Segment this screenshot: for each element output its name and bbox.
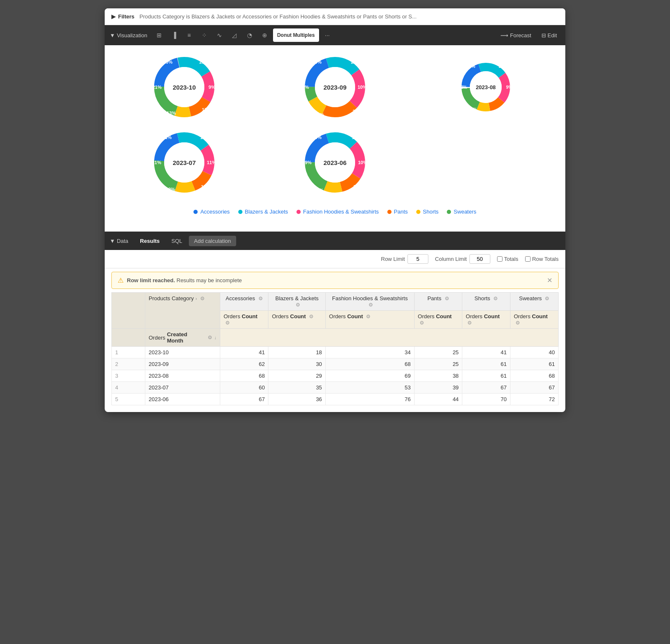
shorts-settings-icon[interactable]: ⚙ [493,296,498,301]
legend-dot-shorts [416,210,420,214]
row-totals-checkbox[interactable] [525,256,531,262]
pct-label: 22% [353,109,362,114]
donut-2023-10: 20% 21% 9% 17% 13% 21% 2023-10 [151,54,218,121]
row-num-5: 5 [112,394,145,405]
fh-settings-icon[interactable]: ⚙ [368,302,373,308]
pants-settings-icon[interactable]: ⚙ [445,296,449,301]
chevron-right-icon: ▶ [111,13,116,20]
forecast-button[interactable]: ⟿ Forecast [497,31,535,40]
blaz-settings-icon[interactable]: ⚙ [296,302,300,308]
legend-item-shorts[interactable]: Shorts [416,209,439,215]
legend-item-sweaters[interactable]: Sweaters [447,209,476,215]
sweat-settings-icon[interactable]: ⚙ [545,296,549,301]
scatter-icon[interactable]: ⁘ [198,28,211,42]
row-num-4: 4 [112,382,145,394]
totals-checkbox-label[interactable]: Totals [497,256,518,262]
map-icon[interactable]: ⊕ [258,28,271,42]
close-warning-button[interactable]: ✕ [547,276,552,284]
empty-cell [415,129,557,196]
table-icon[interactable]: ⊞ [152,28,166,42]
acc-settings-icon[interactable]: ⚙ [258,296,263,301]
add-calculation-button[interactable]: Add calculation [189,236,236,246]
donut-multiples-button[interactable]: Donut Multiples [273,28,319,42]
orders-month-header: Orders Created Month ⚙ ↓ [145,329,220,347]
pivot-settings-icon[interactable]: ⚙ [200,296,205,301]
blaz-header: Blazers & Jackets ⚙ [268,293,325,311]
clock-icon[interactable]: ◔ [243,28,256,42]
legend-item-pants[interactable]: Pants [387,209,408,215]
pct-label: 17% [202,107,211,112]
filters-toggle[interactable]: ▶ Filters [111,13,134,20]
col-limit-input[interactable] [469,254,490,264]
empty-header [112,329,145,347]
shorts-val-4: 67 [462,382,510,394]
fh-orders-header: Orders Count ⚙ [325,311,414,329]
acc-val-2: 62 [220,358,268,370]
row-totals-checkbox-label[interactable]: Row Totals [525,256,559,262]
month-sort-icon[interactable]: ↓ [214,335,216,340]
sweat-orders-settings-icon[interactable]: ⚙ [515,320,520,326]
pants-orders-settings-icon[interactable]: ⚙ [420,320,424,326]
legend-item-accessories[interactable]: Accessories [193,209,229,215]
totals-checkbox[interactable] [497,256,502,262]
pants-val-5: 44 [414,394,462,405]
table-body: 1 2023-10 41 18 34 25 41 40 2 2023-09 62… [112,347,559,405]
blaz-val-3: 29 [268,370,325,382]
area-icon[interactable]: ◿ [228,28,241,42]
pct-label: 10% [358,160,367,165]
donut-label-2023-10: 2023-10 [173,84,196,91]
tab-sql[interactable]: SQL [166,235,187,247]
row-num-header [112,293,145,329]
legend-item-blazers[interactable]: Blazers & Jackets [238,209,288,215]
legend-label-blazers[interactable]: Blazers & Jackets [245,209,288,215]
line-icon[interactable]: ∿ [213,28,226,42]
acc-orders-settings-icon[interactable]: ⚙ [225,320,230,326]
bar-chart-icon[interactable]: ▐ [168,28,181,42]
legend-dot-blazers [238,210,242,214]
shorts-val-2: 61 [462,358,510,370]
blaz-orders-settings-icon[interactable]: ⚙ [309,314,314,319]
donut-2023-06: 20% 18% 10% 21% 12% 19% 2023-06 [302,129,368,196]
sorted-bar-icon[interactable]: ≡ [183,28,196,42]
pivot-expand-icon[interactable]: › [196,296,197,301]
fh-val-1: 34 [325,347,414,358]
fh-orders-settings-icon[interactable]: ⚙ [366,314,371,319]
edit-button[interactable]: ⊟ Edit [538,31,560,40]
legend-label-pants[interactable]: Pants [394,209,408,215]
chevron-down-icon: ▼ [110,32,115,39]
fh-header: Fashion Hoodies & Sweatshirts ⚙ [325,293,414,311]
pct-label: 20% [351,59,360,64]
sliders-icon: ⊟ [541,32,546,39]
legend-label-fh[interactable]: Fashion Hoodies & Sweatshirts [303,209,379,215]
acc-val-1: 41 [220,347,268,358]
pct-label: 11% [207,160,216,165]
toolbar-left: ▼ Visualization ⊞ ▐ ≡ ⁘ ∿ ◿ ◔ ⊕ Donut Mu… [110,28,495,42]
shorts-val-1: 41 [462,347,510,358]
products-category-label: Products Category [149,295,194,301]
empty-colspan-header [220,329,558,347]
pct-label: 13% [167,111,176,116]
legend-label-accessories[interactable]: Accessories [200,209,229,215]
data-toolbar: ▼ Data Results SQL Add calculation [105,232,565,250]
tab-results[interactable]: Results [135,235,165,247]
results-table-container: Products Category › ⚙ Accessories ⚙ Blaz… [105,292,565,412]
row-limit-input[interactable] [407,254,428,264]
legend-label-sweaters[interactable]: Sweaters [454,209,476,215]
warning-triangle-icon: ⚠ [118,276,124,284]
sweat-val-1: 40 [510,347,558,358]
donut-label-2023-06: 2023-06 [323,159,346,166]
legend-dot-accessories [193,210,198,214]
legend-item-fh[interactable]: Fashion Hoodies & Sweatshirts [296,209,379,215]
warning-banner: ⚠ Row limit reached. Results may be inco… [111,272,559,289]
pct-label: 11% [469,107,477,112]
donut-cell-2023-09: 20% 20% 10% 22% 20% 8% 2023-09 [264,54,406,121]
more-options-button[interactable]: ··· [321,28,334,42]
pct-label: 20% [315,112,324,117]
donut-label-2023-08: 2023-08 [476,84,496,90]
shorts-orders-settings-icon[interactable]: ⚙ [467,320,472,326]
month-settings-icon[interactable]: ⚙ [208,335,212,340]
fh-val-3: 69 [325,370,414,382]
pct-label: 18% [459,85,467,90]
fh-val-2: 68 [325,358,414,370]
legend-label-shorts[interactable]: Shorts [423,209,439,215]
